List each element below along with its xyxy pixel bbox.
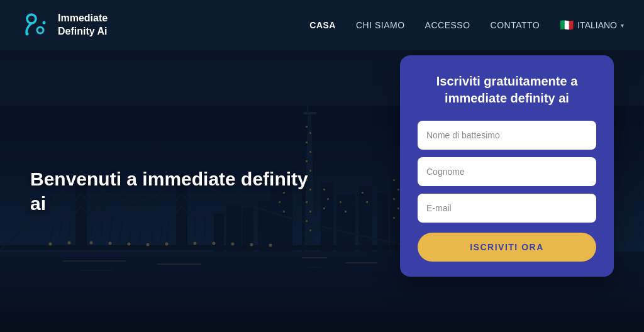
last-name-input[interactable]	[418, 157, 596, 186]
svg-point-1	[37, 27, 43, 33]
nav-casa[interactable]: CASA	[309, 20, 336, 30]
logo-icon	[20, 10, 50, 40]
chevron-down-icon: ▾	[621, 22, 624, 29]
flag-icon: 🇮🇹	[560, 18, 574, 32]
submit-button[interactable]: ISCRIVITI ORA	[418, 233, 596, 262]
form-title: Iscriviti gratuitamente a immediate defi…	[418, 73, 596, 107]
nav-contatto[interactable]: CONTATTO	[491, 20, 540, 30]
nav-links: CASA CHI SIAMO ACCESSO CONTATTO 🇮🇹 ITALI…	[309, 18, 624, 32]
nav-chi-siamo[interactable]: CHI SIAMO	[356, 20, 405, 30]
svg-point-2	[26, 33, 29, 36]
svg-point-0	[27, 14, 36, 23]
registration-form-card: Iscriviti gratuitamente a immediate defi…	[400, 55, 614, 277]
navbar: Immediate Definity Ai CASA CHI SIAMO ACC…	[0, 0, 644, 50]
email-input[interactable]	[418, 194, 596, 223]
language-label: ITALIANO	[577, 20, 617, 30]
first-name-input[interactable]	[418, 121, 596, 150]
nav-accesso[interactable]: ACCESSO	[425, 20, 470, 30]
hero-headline: Benvenuti a immediate definity ai	[30, 167, 319, 216]
brand-name: Immediate Definity Ai	[58, 12, 108, 38]
logo: Immediate Definity Ai	[20, 10, 108, 40]
language-selector[interactable]: 🇮🇹 ITALIANO ▾	[560, 18, 624, 32]
svg-point-3	[43, 21, 46, 25]
